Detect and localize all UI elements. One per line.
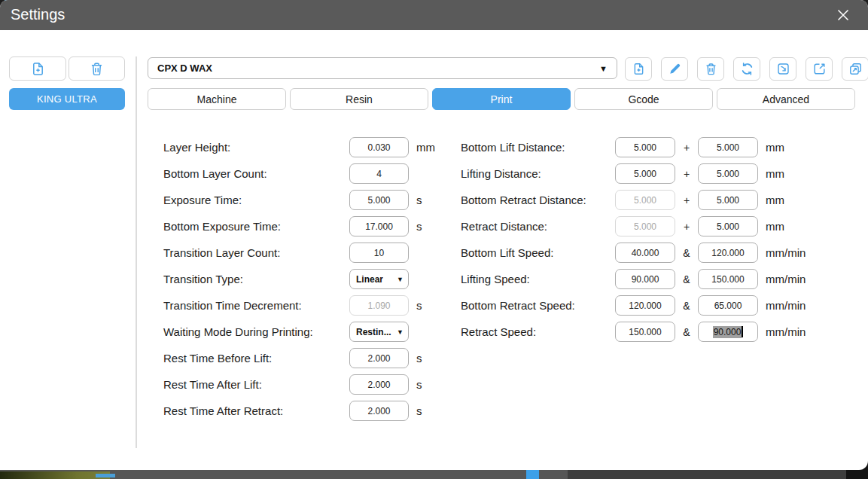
- form-row-lifting-distance: Lifting Distance: + mm: [461, 160, 806, 187]
- bottom-retract-speed-input-1[interactable]: [615, 295, 675, 316]
- plus-separator: +: [675, 221, 698, 233]
- export-multiple-icon: [848, 62, 863, 76]
- edit-profile-button[interactable]: [661, 57, 688, 81]
- rest-time-before-lift-input[interactable]: [349, 348, 409, 368]
- unit-label: mm: [766, 141, 784, 154]
- field-label: Layer Height:: [163, 141, 349, 154]
- text-cursor: [742, 326, 743, 337]
- export-all-button[interactable]: [842, 57, 868, 81]
- trash-icon: [89, 61, 105, 77]
- settings-dialog: Settings: [0, 0, 868, 470]
- trash-icon: [704, 62, 718, 76]
- add-profile-button[interactable]: [625, 57, 652, 81]
- profile-selected-value: CPX D WAX: [157, 63, 212, 74]
- transition-time-decrement-input: [349, 295, 409, 316]
- tab-advanced[interactable]: Advanced: [717, 88, 855, 110]
- select-value: Restin...: [356, 327, 391, 337]
- bottom-lift-speed-input-2[interactable]: [698, 243, 758, 263]
- form-row-exposure-time: Exposure Time: s: [163, 187, 435, 213]
- tab-gcode[interactable]: Gcode: [574, 88, 713, 110]
- form-row-bottom-lift-speed: Bottom Lift Speed: & mm/min: [461, 240, 806, 266]
- field-label: Bottom Retract Distance:: [461, 194, 615, 206]
- form-row-rest-time-after-retract: Rest Time After Retract: s: [163, 398, 435, 424]
- tab-machine[interactable]: Machine: [148, 88, 286, 110]
- rest-time-after-retract-input[interactable]: [349, 401, 409, 421]
- delete-profile-button[interactable]: [697, 57, 724, 81]
- bottom-lift-distance-input-1[interactable]: [615, 137, 675, 157]
- transition-layer-count-input[interactable]: [349, 243, 409, 263]
- profile-toolbar: [625, 57, 868, 81]
- waiting-mode-select[interactable]: Restin... ▼: [349, 322, 409, 342]
- machine-item-king-ultra[interactable]: KING ULTRA: [9, 88, 125, 110]
- exposure-time-input[interactable]: [349, 190, 409, 210]
- field-label: Transition Layer Count:: [163, 246, 349, 259]
- delete-machine-button[interactable]: [69, 56, 125, 81]
- bottom-layer-count-input[interactable]: [349, 163, 409, 184]
- add-machine-button[interactable]: [9, 56, 66, 81]
- close-button[interactable]: [829, 4, 857, 26]
- form-row-rest-time-after-lift: Rest Time After Lift: s: [163, 371, 435, 398]
- form-row-bottom-layer-count: Bottom Layer Count:: [163, 160, 435, 187]
- field-label: Exposure Time:: [163, 194, 349, 206]
- bottom-retract-distance-input-2[interactable]: [698, 190, 758, 210]
- lifting-distance-input-2[interactable]: [698, 163, 758, 184]
- bottom-exposure-time-input[interactable]: [349, 216, 409, 236]
- selected-text: 90.000: [713, 326, 742, 338]
- retract-distance-input-1: [615, 216, 675, 236]
- field-label: Bottom Retract Speed:: [461, 299, 615, 312]
- chevron-down-icon: ▼: [397, 328, 404, 336]
- unit-label: mm: [766, 167, 784, 180]
- bottom-lift-distance-input-2[interactable]: [698, 137, 758, 157]
- retract-speed-input-1[interactable]: [615, 322, 675, 342]
- pencil-icon: [668, 62, 682, 76]
- bottom-retract-speed-input-2[interactable]: [698, 295, 758, 316]
- form-row-waiting-mode: Waiting Mode During Printing: Restin... …: [163, 319, 435, 345]
- field-label: Retract Speed:: [461, 325, 615, 338]
- import-icon: [776, 62, 790, 76]
- form-row-transition-time-decrement: Transition Time Decrement: s: [163, 292, 435, 319]
- reset-profile-button[interactable]: [733, 57, 760, 81]
- field-label: Rest Time After Retract:: [163, 404, 349, 417]
- title-bar: Settings: [0, 0, 868, 30]
- transition-type-select[interactable]: Linear ▼: [349, 269, 409, 289]
- sidebar-divider: [136, 56, 137, 448]
- rest-time-after-lift-input[interactable]: [349, 374, 409, 395]
- lifting-distance-input-1[interactable]: [615, 163, 675, 184]
- select-value: Linear: [356, 274, 383, 285]
- export-profile-button[interactable]: [806, 57, 833, 81]
- bottom-lift-speed-input-1[interactable]: [615, 243, 675, 263]
- form-row-rest-time-before-lift: Rest Time Before Lift: s: [163, 345, 435, 371]
- field-label: Lifting Speed:: [461, 273, 615, 285]
- ampersand-separator: &: [675, 273, 698, 285]
- refresh-icon: [740, 62, 754, 76]
- field-label: Rest Time After Lift:: [163, 378, 349, 391]
- window-title: Settings: [11, 6, 65, 23]
- print-settings-right-column: Bottom Lift Distance: + mm Lifting Dista…: [461, 134, 806, 345]
- form-row-retract-distance: Retract Distance: + mm: [461, 213, 806, 240]
- field-label: Bottom Exposure Time:: [163, 220, 349, 233]
- unit-label: s: [416, 404, 422, 417]
- taskbar-indicator: [526, 470, 539, 479]
- retract-speed-input-2[interactable]: 90.000: [698, 322, 758, 342]
- lifting-speed-input-1[interactable]: [615, 269, 675, 289]
- tab-resin[interactable]: Resin: [290, 88, 428, 110]
- ampersand-separator: &: [675, 247, 698, 259]
- unit-label: mm/min: [766, 273, 806, 285]
- lifting-speed-input-2[interactable]: [698, 269, 758, 289]
- layer-height-input[interactable]: [349, 137, 409, 157]
- unit-label: mm: [766, 194, 784, 206]
- form-row-transition-layer-count: Transition Layer Count:: [163, 240, 435, 266]
- form-row-bottom-retract-distance: Bottom Retract Distance: + mm: [461, 187, 806, 213]
- plus-separator: +: [675, 142, 698, 154]
- import-profile-button[interactable]: [769, 57, 796, 81]
- bottom-retract-distance-input-1: [615, 190, 675, 210]
- unit-label: mm/min: [766, 246, 806, 259]
- chevron-down-icon: ▼: [397, 276, 404, 283]
- profile-dropdown[interactable]: CPX D WAX ▼: [148, 57, 617, 79]
- retract-distance-input-2[interactable]: [698, 216, 758, 236]
- tab-print[interactable]: Print: [432, 88, 571, 110]
- machine-name-label: KING ULTRA: [37, 93, 97, 105]
- close-icon: [833, 5, 853, 25]
- field-label: Transition Time Decrement:: [163, 299, 349, 312]
- unit-label: s: [416, 299, 422, 312]
